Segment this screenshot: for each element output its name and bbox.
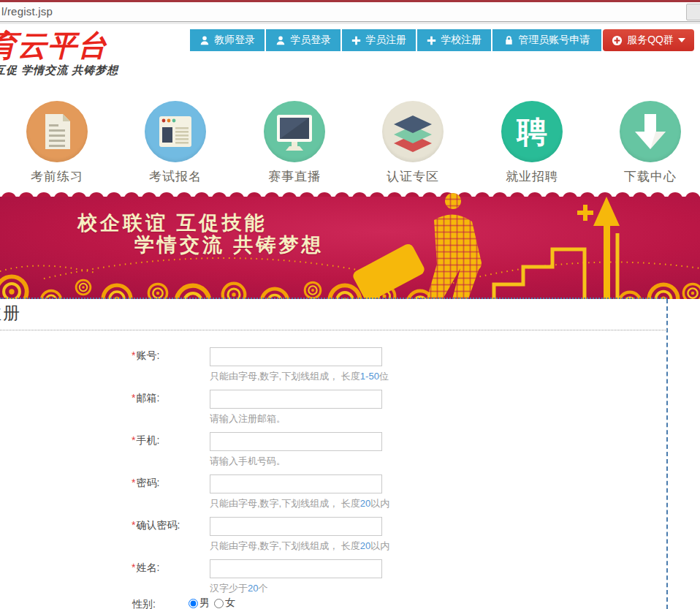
field-label: *密码: [132,477,159,490]
address-bar-url[interactable]: l/regist.jsp [1,5,53,18]
quick-link-exam-signup[interactable]: 考试报名 [117,101,234,185]
quick-link-jobs[interactable]: 聘 就业招聘 [473,101,590,185]
site-header: 育云平台 互促 学情交流 共铸梦想 教师登录 学员登录 学员注册 [0,24,700,94]
required-asterisk: * [132,349,135,361]
name-input[interactable] [210,559,382,578]
nav-button-admin-account[interactable]: 管理员账号申请 [492,29,601,51]
plus-icon [351,36,361,45]
quick-link-downloads[interactable]: 下载中心 [592,101,700,185]
required-asterisk: * [132,519,135,531]
field-label: *账号: [132,349,159,363]
nav-button-service-qq-group[interactable]: 服务QQ群 [603,29,694,51]
quick-link-label: 认证专区 [354,168,471,185]
document-icon [26,101,88,162]
email-input[interactable] [210,390,382,409]
layers-icon [382,101,444,162]
header-nav: 教师登录 学员登录 学员注册 学校注册 [189,29,694,51]
field-label: 性别: [132,598,156,609]
page: l/regist.jsp 育云平台 互促 学情交流 共铸梦想 教师登录 学员登录 [0,0,700,609]
registration-form: *账号: 只能由字母,数字,下划线组成， 长度1-50位 *邮箱: 请输入注册邮… [0,347,667,609]
quick-link-practice[interactable]: 考前练习 [0,101,115,185]
account-input[interactable] [210,347,382,366]
nav-button-label: 学校注册 [441,34,482,47]
gender-male-option[interactable]: 男 [189,597,210,609]
nav-button-student-login[interactable]: 学员登录 [266,29,341,51]
title-separator [0,330,667,330]
quick-link-label: 下载中心 [592,168,700,185]
banner-decoration [0,189,700,299]
gender-female-radio[interactable] [214,599,224,608]
svg-text:聘: 聘 [516,115,547,149]
quick-link-label: 考试报名 [117,168,234,185]
form-row-phone: *手机: 请输入手机号码。 [0,432,667,474]
field-help: 汉字少于20个 [210,582,267,595]
confirm-password-input[interactable] [210,517,382,536]
field-label: *邮箱: [132,392,159,405]
page-title: 注册 [0,302,21,325]
field-help: 只能由字母,数字,下划线组成， 长度1-50位 [210,370,389,383]
plus-icon [427,36,436,45]
gender-radio-group: 男 女 [189,597,240,609]
logo-tagline: 互促 学情交流 共铸梦想 [0,64,132,77]
password-input[interactable] [210,474,382,493]
field-help: 请输入手机号码。 [210,455,286,468]
nav-button-label: 学员注册 [365,34,406,47]
quick-link-certification[interactable]: 认证专区 [354,101,471,185]
form-row-gender: 性别: 男 女 [0,596,667,609]
quick-links-row: 考前练习 考试报名 [0,101,700,183]
gender-female-option[interactable]: 女 [214,597,235,609]
user-icon [199,35,210,45]
lock-icon [504,35,514,45]
required-asterisk: * [132,392,135,404]
gender-female-label: 女 [225,597,235,609]
required-asterisk: * [132,434,135,446]
quick-link-label: 赛事直播 [236,168,353,185]
nav-button-label: 教师登录 [214,34,255,47]
field-help: 只能由字母,数字,下划线组成， 长度20以内 [210,497,389,510]
site-logo[interactable]: 育云平台 互促 学情交流 共铸梦想 [0,29,132,84]
recruit-char-icon: 聘 [501,101,563,162]
field-label: *确认密码: [132,519,180,532]
user-icon [275,35,286,45]
form-row-account: *账号: 只能由字母,数字,下划线组成， 长度1-50位 [0,347,667,390]
quick-link-label: 就业招聘 [473,168,590,185]
gender-male-radio[interactable] [189,599,198,608]
banner-bottom-dotted-line [0,298,667,299]
gender-male-label: 男 [199,597,210,609]
quick-link-live[interactable]: 赛事直播 [236,101,353,185]
download-arrow-icon [620,101,681,162]
logo-text: 育云平台 [0,29,132,61]
phone-input[interactable] [210,432,382,451]
banner-slogan-line2: 学情交流 共铸梦想 [134,232,324,258]
promo-banner[interactable]: 校企联谊 互促技能 学情交流 共铸梦想 [0,189,700,299]
nav-button-label: 管理员账号申请 [518,34,590,47]
required-asterisk: * [132,477,135,488]
scrollbar-top-button[interactable] [686,4,700,20]
monitor-icon [264,101,325,162]
form-row-password: *密码: 只能由字母,数字,下划线组成， 长度20以内 [0,474,667,517]
field-label: *姓名: [132,561,159,575]
nav-button-school-register[interactable]: 学校注册 [417,29,491,51]
nav-button-student-register[interactable]: 学员注册 [342,29,416,51]
quick-link-label: 考前练习 [0,168,115,185]
nav-button-label: 服务QQ群 [627,34,674,47]
plus-circle-icon [612,35,623,46]
browser-window-icon [145,101,206,162]
field-help: 只能由字母,数字,下划线组成， 长度20以内 [210,540,389,553]
nav-button-teacher-login[interactable]: 教师登录 [190,29,265,51]
browser-address-bar[interactable]: l/regist.jsp [0,2,700,22]
required-asterisk: * [132,561,135,573]
form-row-confirm-password: *确认密码: 只能由字母,数字,下划线组成， 长度20以内 [0,517,667,559]
form-row-email: *邮箱: 请输入注册邮箱。 [0,390,667,432]
field-label: *手机: [132,434,159,447]
caret-down-icon [678,38,685,42]
field-help: 请输入注册邮箱。 [210,412,286,425]
nav-button-label: 学员登录 [290,34,331,47]
